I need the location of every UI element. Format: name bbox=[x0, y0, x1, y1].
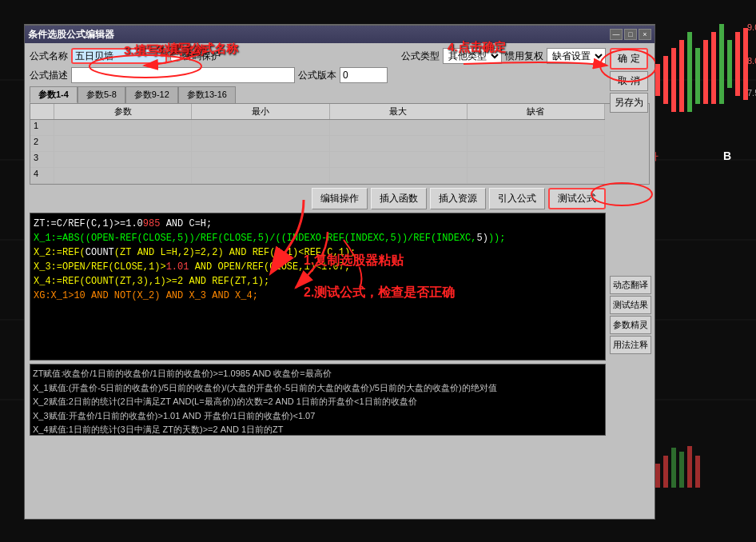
svg-text:9.06: 9.06 bbox=[747, 22, 756, 32]
param1-name[interactable] bbox=[58, 121, 188, 135]
param1-default[interactable] bbox=[471, 121, 601, 135]
formula-name-label: 公式名称 bbox=[30, 50, 68, 63]
status-line-1: ZT赋值:收盘价/1日前的收盘价/1日前的收盘价)>=1.0985 AND 收盘… bbox=[33, 367, 603, 381]
code-line-4: X_3:=OPEN/REF(CLOSE,1)>1.01 AND OPEN/REF… bbox=[34, 260, 605, 274]
insert-func-button[interactable]: 插入函数 bbox=[371, 188, 427, 209]
svg-rect-7 bbox=[663, 56, 668, 104]
param4-min[interactable] bbox=[195, 169, 325, 183]
svg-rect-26 bbox=[695, 456, 700, 488]
description-input[interactable] bbox=[71, 67, 295, 83]
tab-params1-4[interactable]: 参数1-4 bbox=[30, 86, 78, 103]
params-row-2: 2 bbox=[30, 136, 605, 152]
code-editor[interactable]: ZT:=C/REF(C,1)>=1.0985 AND C=H; X_1:=ABS… bbox=[30, 213, 606, 361]
tab-params13-16[interactable]: 参数13-16 bbox=[178, 86, 236, 103]
param3-name[interactable] bbox=[58, 153, 188, 167]
params-row-3: 3 bbox=[30, 152, 605, 168]
svg-rect-22 bbox=[663, 456, 668, 488]
param1-min[interactable] bbox=[195, 121, 325, 135]
cancel-button[interactable]: 取 消 bbox=[610, 71, 648, 91]
param4-max[interactable] bbox=[333, 169, 464, 183]
svg-rect-12 bbox=[703, 40, 708, 104]
param2-default[interactable] bbox=[471, 137, 601, 151]
confirm-button[interactable]: 确 定 bbox=[610, 48, 648, 70]
formula-type-label: 公式类型 bbox=[401, 50, 440, 63]
col-num bbox=[30, 104, 54, 119]
formula-type-select[interactable]: 其他类型 bbox=[443, 48, 502, 64]
status-line-4: X_3赋值:开盘价/1日前的收盘价)>1.01 AND 开盘价/1日前的收盘价)… bbox=[33, 409, 603, 424]
param3-min[interactable] bbox=[195, 153, 325, 167]
param2-max[interactable] bbox=[333, 137, 464, 151]
params-row-4: 4 bbox=[30, 168, 605, 184]
dialog-title: 条件选股公式编辑器 bbox=[28, 28, 114, 42]
formula-editor-dialog: 条件选股公式编辑器 — □ × 公式名称 密码保护 公式类型 其他类型 惯 bbox=[24, 24, 655, 520]
svg-rect-15 bbox=[727, 40, 732, 88]
version-input[interactable] bbox=[340, 67, 388, 83]
tab-params5-8[interactable]: 参数5-8 bbox=[78, 86, 125, 103]
code-line-5: X_4:=REF(COUNT(ZT,3),1)>=2 AND REF(ZT,1)… bbox=[34, 274, 605, 289]
dynamic-translate-button[interactable]: 动态翻译 bbox=[610, 276, 651, 294]
titlebar-buttons: — □ × bbox=[610, 29, 651, 40]
svg-text:B: B bbox=[723, 149, 731, 162]
params-table-header: 参数 最小 最大 缺省 bbox=[30, 104, 605, 120]
col-default: 缺省 bbox=[468, 104, 605, 119]
param3-max[interactable] bbox=[333, 153, 464, 167]
description-label: 公式描述 bbox=[30, 69, 68, 82]
code-line-1: ZT:=C/REF(C,1)>=1.0985 AND C=H; bbox=[34, 217, 605, 231]
status-line-3: X_2赋值:2日前的统计(2日中满足ZT AND(L=最高价))的次数=2 AN… bbox=[33, 395, 603, 409]
svg-rect-10 bbox=[687, 32, 692, 112]
param3-default[interactable] bbox=[471, 153, 601, 167]
svg-rect-8 bbox=[671, 48, 676, 112]
code-line-2: X_1:=ABS((OPEN-REF(CLOSE,5))/REF(CLOSE,5… bbox=[34, 231, 605, 245]
col-min: 最小 bbox=[192, 104, 329, 119]
svg-rect-23 bbox=[671, 448, 676, 488]
svg-rect-13 bbox=[711, 32, 716, 104]
params-row-1: 1 bbox=[30, 120, 605, 136]
svg-rect-16 bbox=[735, 32, 740, 96]
status-area: ZT赋值:收盘价/1日前的收盘价/1日前的收盘价)>=1.0985 AND 收盘… bbox=[30, 364, 606, 436]
col-param: 参数 bbox=[54, 104, 192, 119]
dialog-content: 公式名称 密码保护 公式类型 其他类型 惯用复权 缺省设置 确 定 bbox=[25, 43, 655, 519]
used-copy-select[interactable]: 缺省设置 bbox=[547, 48, 606, 64]
usage-note-button[interactable]: 用法注释 bbox=[610, 336, 651, 354]
svg-rect-21 bbox=[655, 464, 660, 488]
param2-name[interactable] bbox=[58, 137, 188, 151]
minimize-button[interactable]: — bbox=[610, 29, 623, 40]
maximize-button[interactable]: □ bbox=[624, 29, 637, 40]
insert-resource-button[interactable]: 插入资源 bbox=[430, 188, 486, 209]
password-protect-label: 密码保护 bbox=[170, 50, 221, 63]
password-protect-checkbox[interactable] bbox=[170, 51, 181, 62]
dialog-titlebar[interactable]: 条件选股公式编辑器 — □ × bbox=[25, 26, 655, 43]
close-button[interactable]: × bbox=[639, 29, 651, 40]
code-line-3: X_2:=REF(COUNT(ZT AND L=H,2)=2,2) AND RE… bbox=[34, 245, 605, 260]
formula-name-input[interactable] bbox=[71, 48, 167, 64]
import-formula-button[interactable]: 引入公式 bbox=[489, 188, 545, 209]
param4-default[interactable] bbox=[471, 169, 601, 183]
svg-rect-14 bbox=[719, 24, 724, 104]
svg-text:8.04: 8.04 bbox=[747, 56, 756, 66]
param4-name[interactable] bbox=[58, 169, 188, 183]
status-line-2: X_1赋值:(开盘价-5日前的收盘价)/5日前的收盘价)/(大盘的开盘价-5日前… bbox=[33, 381, 603, 396]
svg-rect-11 bbox=[695, 48, 700, 104]
test-formula-button[interactable]: 测试公式 bbox=[548, 188, 606, 209]
code-line-6: XG:X_1>10 AND NOT(X_2) AND X_3 AND X_4; bbox=[34, 289, 605, 303]
used-copy-label: 惯用复权 bbox=[505, 50, 543, 63]
edit-ops-button[interactable]: 编辑操作 bbox=[312, 188, 368, 209]
col-max: 最大 bbox=[330, 104, 468, 119]
svg-rect-6 bbox=[655, 64, 660, 96]
param1-max[interactable] bbox=[333, 121, 464, 135]
param2-min[interactable] bbox=[195, 137, 325, 151]
svg-rect-25 bbox=[687, 446, 692, 488]
status-line-5: X_4赋值:1日前的统计(3日中满足 ZT的天数)>=2 AND 1日前的ZT bbox=[33, 423, 603, 436]
param-wizard-button[interactable]: 参数精灵 bbox=[610, 316, 651, 334]
svg-rect-24 bbox=[679, 452, 684, 488]
tab-params9-12[interactable]: 参数9-12 bbox=[125, 86, 178, 103]
save-as-button[interactable]: 另存为 bbox=[610, 93, 648, 113]
svg-text:7.50: 7.50 bbox=[747, 88, 756, 98]
version-label: 公式版本 bbox=[298, 69, 336, 82]
test-result-button[interactable]: 测试结果 bbox=[610, 296, 651, 314]
svg-rect-9 bbox=[679, 40, 684, 112]
